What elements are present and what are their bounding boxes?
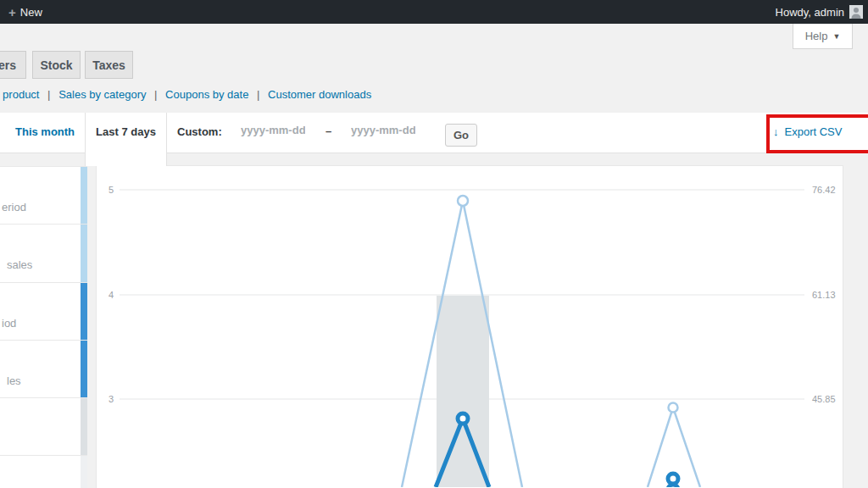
sidebar-stat-item[interactable]: iod (0, 282, 87, 340)
go-button[interactable]: Go (445, 124, 477, 147)
tab-taxes[interactable]: Taxes (85, 51, 133, 79)
svg-text:61.13: 61.13 (812, 290, 836, 300)
date-from-input[interactable] (241, 124, 305, 136)
plus-icon: + (8, 6, 16, 19)
sidebar-stat-label: sales (7, 258, 32, 271)
sidebar-strip (81, 225, 87, 282)
tab-label: Taxes (92, 58, 125, 72)
svg-text:76.42: 76.42 (812, 185, 836, 195)
sidebar-stat-label: les (7, 374, 21, 387)
date-to-input[interactable] (351, 124, 415, 136)
tab-label: Stock (40, 58, 72, 72)
sales-chart[interactable]: 576.42461.13345.85 (96, 165, 843, 488)
separator: | (154, 88, 157, 101)
link-sales-by-category[interactable]: Sales by category (58, 88, 146, 101)
sidebar-stat-label: eriod (2, 201, 26, 214)
sidebar-strip (81, 398, 87, 455)
download-arrow-icon: ↓ (773, 125, 779, 138)
admin-bar-new-button[interactable]: + New (8, 0, 42, 24)
report-type-links: y product | Sales by category | Coupons … (0, 88, 371, 101)
sidebar-stat-label: iod (2, 317, 16, 330)
export-csv-label: Export CSV (785, 125, 843, 138)
wp-admin-bar: + New Howdy, admin (0, 0, 868, 24)
help-button[interactable]: Help ▼ (793, 24, 853, 49)
tab-label: ers (0, 58, 16, 72)
sidebar-stat-item[interactable]: eriod (0, 166, 87, 224)
report-sidebar: eriod sales iod les (0, 166, 87, 488)
tab-stock[interactable]: Stock (32, 51, 81, 79)
sidebar-stat-item[interactable]: sales (0, 224, 87, 282)
link-sales-by-product-partial[interactable]: y product (0, 88, 39, 101)
link-customer-downloads[interactable]: Customer downloads (268, 88, 371, 101)
export-csv-link[interactable]: ↓Export CSV (773, 125, 842, 138)
sidebar-strip (81, 456, 87, 488)
svg-text:3: 3 (108, 394, 114, 404)
sidebar-stat-item[interactable] (0, 455, 87, 488)
svg-text:5: 5 (108, 185, 114, 195)
new-label: New (20, 6, 42, 19)
range-this-month[interactable]: This month (15, 125, 75, 138)
range-last-7-days-label: Last 7 days (96, 125, 156, 138)
sidebar-strip (81, 167, 87, 224)
svg-text:45.85: 45.85 (812, 394, 836, 404)
sidebar-stat-item[interactable]: les (0, 340, 87, 397)
separator: | (257, 88, 259, 101)
tab-customers-partial[interactable]: ers (0, 51, 26, 79)
date-range-dash: – (326, 125, 331, 137)
sidebar-strip (81, 283, 87, 340)
user-avatar[interactable] (849, 5, 863, 19)
sidebar-strip (81, 341, 87, 397)
howdy-admin-link[interactable]: Howdy, admin (776, 0, 844, 24)
chevron-down-icon: ▼ (832, 32, 840, 41)
custom-range-label: Custom: (177, 125, 222, 138)
separator: | (47, 88, 50, 101)
sidebar-stat-item[interactable] (0, 397, 87, 455)
help-label: Help (805, 30, 828, 42)
svg-text:4: 4 (108, 290, 114, 300)
woocommerce-reports-page: + New Howdy, admin Help ▼ ers Stock Taxe… (0, 0, 868, 488)
person-icon (849, 5, 863, 19)
link-coupons-by-date[interactable]: Coupons by date (165, 88, 248, 101)
range-last-7-days-active-tab[interactable]: Last 7 days (85, 113, 167, 166)
